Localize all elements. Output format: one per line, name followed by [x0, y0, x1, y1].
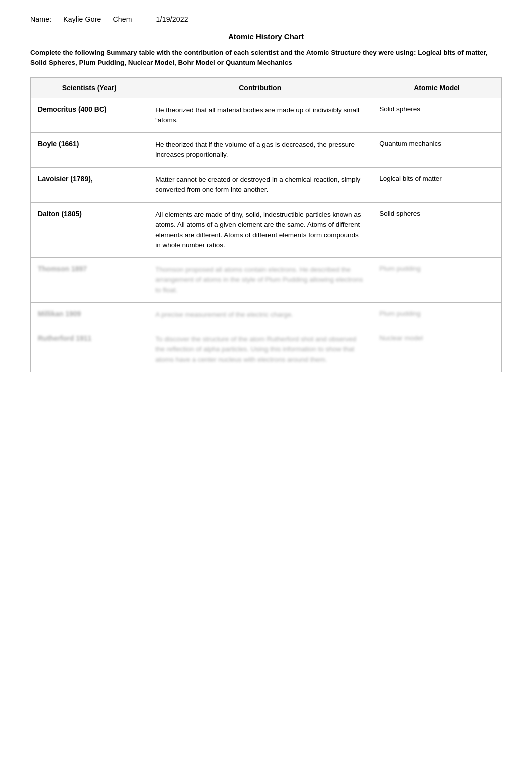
name-label: Name:___ [30, 15, 63, 23]
contribution-cell: A precise measurement of the electric ch… [148, 302, 372, 327]
contribution-cell: He theorized that if the volume of a gas… [148, 133, 372, 168]
table-header-row: Scientists (Year) Contribution Atomic Mo… [31, 77, 502, 98]
scientist-cell: Boyle (1661) [31, 133, 148, 168]
atomic-model-cell: Logical bits of matter [372, 167, 502, 203]
scientist-cell: Dalton (1805) [31, 203, 148, 258]
table-row: Lavoisier (1789),Matter cannot be create… [31, 167, 502, 203]
atomic-history-table: Scientists (Year) Contribution Atomic Mo… [30, 77, 502, 372]
scientist-cell: Thomson 1897 [31, 258, 148, 303]
col-header-scientists: Scientists (Year) [31, 77, 148, 98]
scientist-cell: Lavoisier (1789), [31, 167, 148, 203]
instructions: Complete the following Summary table wit… [30, 48, 502, 68]
atomic-model-cell: Solid spheres [372, 203, 502, 258]
name-value: Kaylie Gore [63, 15, 101, 23]
table-row: Dalton (1805)All elements are made of ti… [31, 203, 502, 258]
atomic-model-cell: Nuclear model [372, 327, 502, 372]
contribution-cell: Matter cannot be created or destroyed in… [148, 167, 372, 203]
atomic-model-cell: Plum pudding [372, 302, 502, 327]
atomic-model-cell: Solid spheres [372, 98, 502, 133]
contribution-cell: Thomson proposed all atoms contain elect… [148, 258, 372, 303]
chem-label: ___Chem______ [101, 15, 156, 23]
table-row: Boyle (1661)He theorized that if the vol… [31, 133, 502, 168]
date-value: 1/19/2022__ [156, 15, 196, 23]
header-line: Name:___Kaylie Gore___Chem______1/19/202… [30, 15, 502, 23]
atomic-model-cell: Quantum mechanics [372, 133, 502, 168]
contribution-cell: All elements are made of tiny, solid, in… [148, 203, 372, 258]
table-row: Rutherford 1911To discover the structure… [31, 327, 502, 372]
scientist-cell: Rutherford 1911 [31, 327, 148, 372]
table-row: Thomson 1897Thomson proposed all atoms c… [31, 258, 502, 303]
table-row: Millikan 1909A precise measurement of th… [31, 302, 502, 327]
contribution-cell: He theorized that all material bodies ar… [148, 98, 372, 133]
page-title: Atomic History Chart [30, 32, 502, 41]
scientist-cell: Democritus (400 BC) [31, 98, 148, 133]
atomic-model-cell: Plum pudding [372, 258, 502, 303]
contribution-cell: To discover the structure of the atom Ru… [148, 327, 372, 372]
col-header-atomic-model: Atomic Model [372, 77, 502, 98]
scientist-cell: Millikan 1909 [31, 302, 148, 327]
col-header-contribution: Contribution [148, 77, 372, 98]
table-row: Democritus (400 BC)He theorized that all… [31, 98, 502, 133]
